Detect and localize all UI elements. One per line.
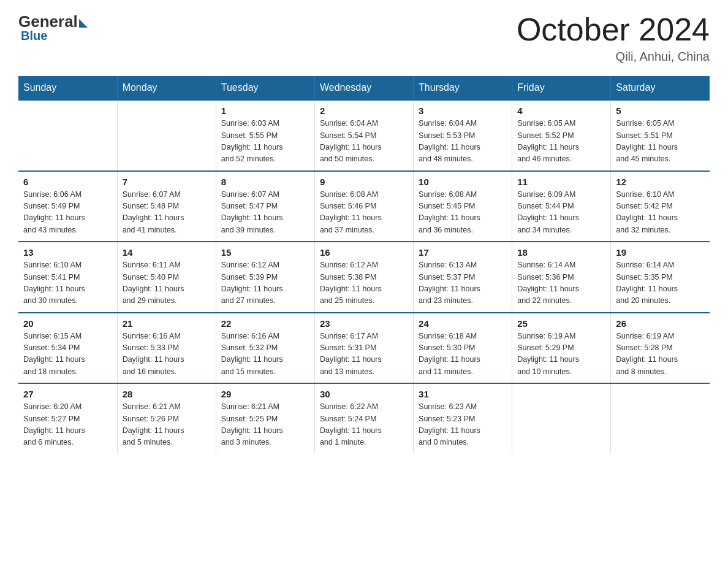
calendar-cell: 13Sunrise: 6:10 AMSunset: 5:41 PMDayligh… xyxy=(18,242,117,313)
calendar-week-row: 20Sunrise: 6:15 AMSunset: 5:34 PMDayligh… xyxy=(18,313,710,384)
day-number: 28 xyxy=(123,389,211,399)
day-info: Sunrise: 6:03 AMSunset: 5:55 PMDaylight:… xyxy=(221,118,309,166)
logo-blue-text: Blue xyxy=(21,29,47,43)
weekday-header-saturday: Saturday xyxy=(611,76,710,100)
day-info: Sunrise: 6:17 AMSunset: 5:31 PMDaylight:… xyxy=(320,331,408,378)
calendar-cell: 28Sunrise: 6:21 AMSunset: 5:26 PMDayligh… xyxy=(117,383,216,454)
day-info: Sunrise: 6:04 AMSunset: 5:54 PMDaylight:… xyxy=(320,118,408,166)
day-number: 4 xyxy=(517,105,605,116)
day-number: 29 xyxy=(221,389,309,399)
day-info: Sunrise: 6:08 AMSunset: 5:46 PMDaylight:… xyxy=(320,189,408,237)
day-number: 1 xyxy=(221,105,309,116)
calendar-cell: 15Sunrise: 6:12 AMSunset: 5:39 PMDayligh… xyxy=(216,242,314,313)
day-info: Sunrise: 6:13 AMSunset: 5:37 PMDaylight:… xyxy=(419,259,507,307)
calendar-cell xyxy=(512,383,611,454)
calendar-cell: 26Sunrise: 6:19 AMSunset: 5:28 PMDayligh… xyxy=(611,313,710,384)
day-info: Sunrise: 6:14 AMSunset: 5:35 PMDaylight:… xyxy=(616,259,705,307)
day-info: Sunrise: 6:21 AMSunset: 5:26 PMDaylight:… xyxy=(123,401,211,449)
calendar-header-row: SundayMondayTuesdayWednesdayThursdayFrid… xyxy=(18,76,710,100)
weekday-header-wednesday: Wednesday xyxy=(314,76,413,100)
page-header: General Blue October 2024 Qili, Anhui, C… xyxy=(18,12,710,64)
calendar-cell: 2Sunrise: 6:04 AMSunset: 5:54 PMDaylight… xyxy=(314,100,413,171)
day-info: Sunrise: 6:21 AMSunset: 5:25 PMDaylight:… xyxy=(221,401,309,449)
calendar-cell: 4Sunrise: 6:05 AMSunset: 5:52 PMDaylight… xyxy=(512,100,611,171)
day-info: Sunrise: 6:07 AMSunset: 5:47 PMDaylight:… xyxy=(221,189,309,237)
calendar-cell: 5Sunrise: 6:05 AMSunset: 5:51 PMDaylight… xyxy=(611,100,710,171)
calendar-cell: 27Sunrise: 6:20 AMSunset: 5:27 PMDayligh… xyxy=(18,383,117,454)
day-number: 2 xyxy=(320,105,408,116)
day-number: 8 xyxy=(221,177,309,187)
day-number: 11 xyxy=(517,177,605,187)
day-info: Sunrise: 6:16 AMSunset: 5:32 PMDaylight:… xyxy=(221,331,309,378)
day-number: 21 xyxy=(123,318,211,329)
calendar-week-row: 6Sunrise: 6:06 AMSunset: 5:49 PMDaylight… xyxy=(18,171,710,242)
weekday-header-tuesday: Tuesday xyxy=(216,76,314,100)
day-number: 16 xyxy=(320,247,408,258)
day-info: Sunrise: 6:18 AMSunset: 5:30 PMDaylight:… xyxy=(419,331,507,378)
calendar-cell: 21Sunrise: 6:16 AMSunset: 5:33 PMDayligh… xyxy=(117,313,216,384)
day-info: Sunrise: 6:19 AMSunset: 5:28 PMDaylight:… xyxy=(616,331,705,378)
day-number: 17 xyxy=(419,247,507,258)
calendar-cell: 20Sunrise: 6:15 AMSunset: 5:34 PMDayligh… xyxy=(18,313,117,384)
calendar-table: SundayMondayTuesdayWednesdayThursdayFrid… xyxy=(18,76,710,454)
day-number: 24 xyxy=(419,318,507,329)
day-number: 10 xyxy=(419,177,507,187)
day-info: Sunrise: 6:12 AMSunset: 5:38 PMDaylight:… xyxy=(320,259,408,307)
day-info: Sunrise: 6:15 AMSunset: 5:34 PMDaylight:… xyxy=(23,331,112,378)
day-info: Sunrise: 6:05 AMSunset: 5:52 PMDaylight:… xyxy=(517,118,605,166)
logo: General Blue xyxy=(18,12,88,43)
day-number: 18 xyxy=(517,247,605,258)
day-number: 5 xyxy=(616,105,705,116)
weekday-header-thursday: Thursday xyxy=(414,76,512,100)
calendar-cell: 12Sunrise: 6:10 AMSunset: 5:42 PMDayligh… xyxy=(611,171,710,242)
calendar-cell: 19Sunrise: 6:14 AMSunset: 5:35 PMDayligh… xyxy=(611,242,710,313)
calendar-cell: 11Sunrise: 6:09 AMSunset: 5:44 PMDayligh… xyxy=(512,171,611,242)
day-number: 13 xyxy=(23,247,112,258)
calendar-week-row: 27Sunrise: 6:20 AMSunset: 5:27 PMDayligh… xyxy=(18,383,710,454)
calendar-week-row: 13Sunrise: 6:10 AMSunset: 5:41 PMDayligh… xyxy=(18,242,710,313)
day-info: Sunrise: 6:10 AMSunset: 5:42 PMDaylight:… xyxy=(616,189,705,237)
calendar-cell: 22Sunrise: 6:16 AMSunset: 5:32 PMDayligh… xyxy=(216,313,314,384)
day-info: Sunrise: 6:04 AMSunset: 5:53 PMDaylight:… xyxy=(419,118,507,166)
calendar-cell: 30Sunrise: 6:22 AMSunset: 5:24 PMDayligh… xyxy=(314,383,413,454)
calendar-cell: 17Sunrise: 6:13 AMSunset: 5:37 PMDayligh… xyxy=(414,242,512,313)
day-number: 26 xyxy=(616,318,705,329)
calendar-cell: 14Sunrise: 6:11 AMSunset: 5:40 PMDayligh… xyxy=(117,242,216,313)
day-number: 3 xyxy=(419,105,507,116)
day-info: Sunrise: 6:20 AMSunset: 5:27 PMDaylight:… xyxy=(23,401,112,449)
day-info: Sunrise: 6:06 AMSunset: 5:49 PMDaylight:… xyxy=(23,189,112,237)
location-subtitle: Qili, Anhui, China xyxy=(517,50,710,64)
title-section: October 2024 Qili, Anhui, China xyxy=(517,12,710,64)
day-info: Sunrise: 6:07 AMSunset: 5:48 PMDaylight:… xyxy=(123,189,211,237)
day-number: 19 xyxy=(616,247,705,258)
day-number: 15 xyxy=(221,247,309,258)
day-info: Sunrise: 6:12 AMSunset: 5:39 PMDaylight:… xyxy=(221,259,309,307)
day-number: 30 xyxy=(320,389,408,399)
day-number: 6 xyxy=(23,177,112,187)
calendar-cell: 6Sunrise: 6:06 AMSunset: 5:49 PMDaylight… xyxy=(18,171,117,242)
weekday-header-friday: Friday xyxy=(512,76,611,100)
day-info: Sunrise: 6:23 AMSunset: 5:23 PMDaylight:… xyxy=(419,401,507,449)
day-info: Sunrise: 6:14 AMSunset: 5:36 PMDaylight:… xyxy=(517,259,605,307)
calendar-cell: 8Sunrise: 6:07 AMSunset: 5:47 PMDaylight… xyxy=(216,171,314,242)
day-number: 7 xyxy=(123,177,211,187)
calendar-cell xyxy=(611,383,710,454)
day-info: Sunrise: 6:05 AMSunset: 5:51 PMDaylight:… xyxy=(616,118,705,166)
weekday-header-sunday: Sunday xyxy=(18,76,117,100)
calendar-cell: 18Sunrise: 6:14 AMSunset: 5:36 PMDayligh… xyxy=(512,242,611,313)
calendar-cell: 29Sunrise: 6:21 AMSunset: 5:25 PMDayligh… xyxy=(216,383,314,454)
day-number: 23 xyxy=(320,318,408,329)
day-number: 31 xyxy=(419,389,507,399)
day-number: 14 xyxy=(123,247,211,258)
calendar-cell: 24Sunrise: 6:18 AMSunset: 5:30 PMDayligh… xyxy=(414,313,512,384)
day-number: 12 xyxy=(616,177,705,187)
main-title: October 2024 xyxy=(517,12,710,47)
calendar-cell: 3Sunrise: 6:04 AMSunset: 5:53 PMDaylight… xyxy=(414,100,512,171)
day-info: Sunrise: 6:11 AMSunset: 5:40 PMDaylight:… xyxy=(123,259,211,307)
day-number: 20 xyxy=(23,318,112,329)
day-info: Sunrise: 6:16 AMSunset: 5:33 PMDaylight:… xyxy=(123,331,211,378)
calendar-cell: 31Sunrise: 6:23 AMSunset: 5:23 PMDayligh… xyxy=(414,383,512,454)
calendar-cell: 16Sunrise: 6:12 AMSunset: 5:38 PMDayligh… xyxy=(314,242,413,313)
day-number: 9 xyxy=(320,177,408,187)
logo-arrow-icon xyxy=(79,19,88,28)
